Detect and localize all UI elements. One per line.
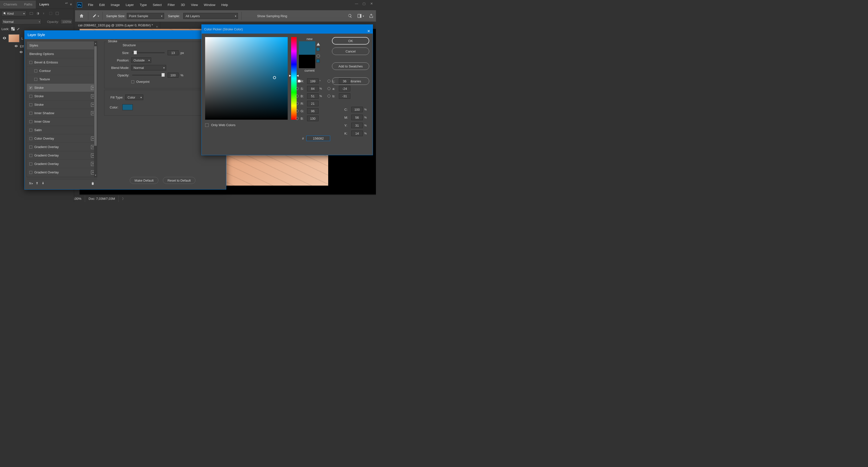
search-icon[interactable] bbox=[348, 14, 352, 18]
size-input[interactable]: 13 bbox=[167, 50, 179, 55]
opacity-slider[interactable] bbox=[132, 75, 164, 76]
workspace-caret-icon[interactable]: ▾ bbox=[363, 15, 364, 18]
sidebar-scrollbar[interactable]: ▴ ▾ bbox=[94, 41, 97, 177]
k-input[interactable]: 14 bbox=[351, 130, 363, 136]
checkbox-icon[interactable] bbox=[29, 171, 32, 174]
c-input[interactable]: 100 bbox=[351, 107, 363, 112]
fill-type-dropdown[interactable]: Color bbox=[125, 94, 143, 100]
lock-transparency-icon[interactable] bbox=[11, 27, 15, 31]
checkbox-icon[interactable] bbox=[29, 154, 32, 157]
menu-layer[interactable]: Layer bbox=[123, 0, 137, 10]
scroll-thumb[interactable] bbox=[94, 46, 97, 146]
web-colors-checkbox[interactable]: Only Web Colors bbox=[205, 123, 236, 127]
reset-default-button[interactable]: Reset to Default bbox=[163, 177, 195, 184]
style-item-stroke[interactable]: Stroke+ bbox=[27, 84, 97, 92]
visibility-icon[interactable] bbox=[14, 44, 18, 49]
s-input[interactable]: 84 bbox=[307, 86, 318, 91]
lab-b-radio[interactable] bbox=[328, 94, 331, 97]
checkbox-icon[interactable] bbox=[29, 86, 32, 89]
filter-type-icon[interactable]: T bbox=[42, 11, 46, 16]
make-default-button[interactable]: Make Default bbox=[130, 177, 158, 184]
filter-adjustment-icon[interactable] bbox=[36, 11, 40, 16]
tab-channels[interactable]: Channels bbox=[0, 0, 21, 9]
scroll-up-icon[interactable]: ▴ bbox=[94, 41, 97, 45]
style-item-bevel-emboss[interactable]: Bevel & Emboss bbox=[27, 58, 97, 67]
menu-window[interactable]: Window bbox=[201, 0, 218, 10]
opacity-value[interactable]: 100% bbox=[60, 19, 72, 24]
lab-b-input[interactable]: -31 bbox=[339, 93, 350, 99]
visibility-icon[interactable] bbox=[2, 36, 6, 41]
hex-input[interactable]: 156082 bbox=[306, 136, 330, 141]
b-radio[interactable] bbox=[296, 94, 299, 97]
sample-size-dropdown[interactable]: Point Sample bbox=[127, 13, 164, 19]
checkbox-icon[interactable] bbox=[29, 95, 32, 98]
menu-file[interactable]: File bbox=[85, 0, 96, 10]
style-item-gradient-overlay[interactable]: Gradient Overlay+ bbox=[27, 160, 97, 168]
trash-icon[interactable] bbox=[91, 181, 95, 185]
workspace-icon[interactable] bbox=[357, 14, 362, 18]
style-item-color-overlay[interactable]: Color Overlay+ bbox=[27, 134, 97, 143]
stroke-color-swatch[interactable] bbox=[122, 104, 133, 110]
checkbox-icon[interactable] bbox=[29, 61, 32, 64]
arrow-up-icon[interactable] bbox=[35, 181, 39, 185]
styles-header[interactable]: Styles bbox=[27, 41, 97, 50]
checkbox-icon[interactable] bbox=[29, 103, 32, 106]
checkbox-icon[interactable] bbox=[29, 112, 32, 115]
share-icon[interactable] bbox=[369, 14, 373, 18]
overprint-checkbox[interactable]: Overprint bbox=[108, 80, 217, 84]
tool-caret-icon[interactable]: ▾ bbox=[98, 15, 99, 18]
status-caret-icon[interactable]: 〉 bbox=[119, 195, 129, 202]
opacity-input[interactable]: 100 bbox=[167, 72, 179, 78]
saturation-value-field[interactable] bbox=[205, 37, 288, 120]
menu-edit[interactable]: Edit bbox=[96, 0, 108, 10]
warning-icon[interactable] bbox=[316, 42, 320, 51]
filter-smart-icon[interactable] bbox=[55, 11, 59, 16]
blend-mode-dropdown[interactable]: Normal bbox=[131, 65, 166, 70]
color-picker-title[interactable]: Color Picker (Stroke Color) ✕ bbox=[202, 25, 373, 34]
a-input[interactable]: -24 bbox=[339, 86, 350, 91]
r-radio[interactable] bbox=[296, 102, 299, 105]
h-radio[interactable] bbox=[296, 80, 303, 83]
filter-kind-dropdown[interactable]: Kind ▾ bbox=[1, 11, 26, 16]
minimize-button[interactable]: — bbox=[353, 1, 360, 6]
g-radio[interactable] bbox=[296, 110, 299, 113]
arrow-down-icon[interactable] bbox=[41, 181, 45, 185]
m-input[interactable]: 56 bbox=[351, 115, 363, 120]
style-item-texture[interactable]: Texture bbox=[27, 75, 97, 84]
menu-view[interactable]: View bbox=[188, 0, 201, 10]
s-radio[interactable] bbox=[296, 87, 299, 90]
eyedropper-tool[interactable]: ▾ bbox=[92, 13, 99, 19]
style-item-gradient-overlay[interactable]: Gradient Overlay+ bbox=[27, 151, 97, 160]
menu-select[interactable]: Select bbox=[150, 0, 164, 10]
y-input[interactable]: 31 bbox=[351, 123, 363, 128]
tab-paths[interactable]: Paths bbox=[21, 0, 36, 9]
slider-knob[interactable] bbox=[134, 51, 137, 54]
checkbox-icon[interactable] bbox=[29, 163, 32, 166]
style-item-stroke[interactable]: Stroke+ bbox=[27, 92, 97, 100]
menu-type[interactable]: Type bbox=[137, 0, 150, 10]
maximize-button[interactable]: ▢ bbox=[361, 1, 368, 6]
style-item-contour[interactable]: Contour bbox=[27, 67, 97, 75]
add-swatches-button[interactable]: Add to Swatches bbox=[332, 62, 369, 70]
doc-info[interactable]: Doc: 7,03M/7,03M bbox=[85, 195, 119, 202]
cube-icon[interactable] bbox=[316, 54, 320, 63]
r-input[interactable]: 21 bbox=[307, 101, 318, 106]
checkbox-icon[interactable] bbox=[34, 69, 37, 72]
checkbox-icon[interactable] bbox=[34, 78, 37, 81]
a-radio[interactable] bbox=[328, 87, 331, 90]
sample-dropdown[interactable]: All Layers bbox=[183, 13, 238, 19]
visibility-icon[interactable] bbox=[20, 50, 23, 55]
panel-menu-icon[interactable]: ≡ bbox=[70, 2, 72, 6]
blend-mode-dropdown[interactable]: Normal bbox=[1, 19, 41, 24]
menu-filter[interactable]: Filter bbox=[164, 0, 178, 10]
checkbox-icon[interactable] bbox=[29, 128, 32, 132]
checkbox-icon[interactable] bbox=[29, 120, 32, 123]
filter-pixel-icon[interactable] bbox=[29, 11, 33, 16]
l-input[interactable]: 36 bbox=[339, 78, 350, 84]
filter-shape-icon[interactable] bbox=[49, 11, 53, 16]
style-item-stroke[interactable]: Stroke+ bbox=[27, 100, 97, 109]
blending-options-item[interactable]: Blending Options bbox=[27, 50, 97, 58]
size-slider[interactable] bbox=[132, 52, 164, 53]
layer-thumbnail[interactable] bbox=[8, 34, 20, 42]
document-tab[interactable]: cat-2068462_1920.jpg @ 100% (Layer 0, RG… bbox=[75, 22, 160, 29]
